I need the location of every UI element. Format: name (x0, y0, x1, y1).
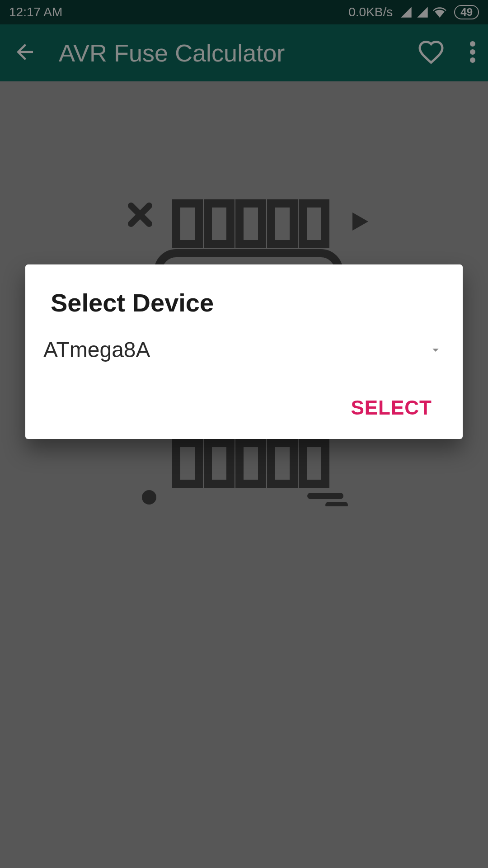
device-dropdown[interactable]: ATmega8A (43, 337, 445, 362)
dialog-title: Select Device (43, 288, 445, 317)
dialog-actions: SELECT (43, 393, 445, 423)
dropdown-arrow-icon (428, 343, 443, 357)
select-button[interactable]: SELECT (343, 393, 439, 423)
dropdown-value: ATmega8A (43, 337, 150, 362)
select-device-dialog: Select Device ATmega8A SELECT (25, 264, 463, 439)
